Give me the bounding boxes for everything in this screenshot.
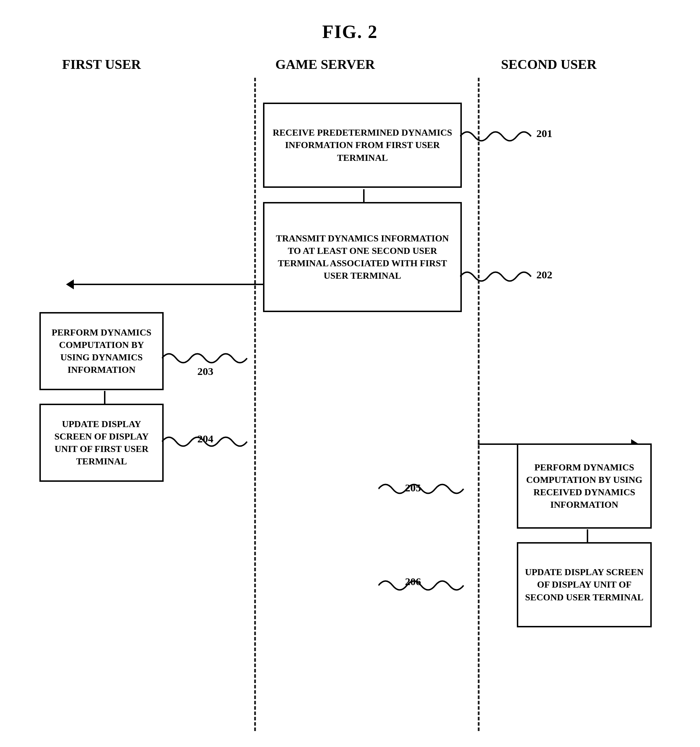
ref-label-206: 206 <box>405 576 421 588</box>
box1: RECEIVE PREDETERMINED DYNAMICS INFORMATI… <box>263 103 462 188</box>
ref-label-201: 201 <box>536 127 552 139</box>
ref-label-204: 204 <box>197 433 213 445</box>
arrow-box2-to-box3 <box>73 284 264 285</box>
box3: PERFORM DYNAMICS COMPUTATION BY USING DY… <box>39 312 164 390</box>
col-header-game-server: GAME SERVER <box>258 56 393 72</box>
dashed-line-left <box>254 78 256 731</box>
col-header-first-user: FIRST USER <box>45 56 158 72</box>
box4: UPDATE DISPLAY SCREEN OF DISPLAY UNIT OF… <box>39 404 164 482</box>
wavy-line-201 <box>460 126 538 147</box>
box2: TRANSMIT DYNAMICS INFORMATION TO AT LEAS… <box>263 202 462 312</box>
col-header-second-user: SECOND USER <box>492 56 606 72</box>
wavy-line-202 <box>460 266 538 287</box>
box6: UPDATE DISPLAY SCREEN OF DISPLAY UNIT OF… <box>517 542 652 628</box>
ref-label-205: 205 <box>405 482 421 494</box>
wavy-line-206 <box>378 575 471 596</box>
arrow-head-to-box3 <box>66 280 74 289</box>
wavy-line-205 <box>378 478 471 499</box>
box5: PERFORM DYNAMICS COMPUTATION BY USING RE… <box>517 443 652 529</box>
page-title: FIG. 2 <box>0 0 700 56</box>
ref-label-202: 202 <box>536 269 552 281</box>
ref-label-203: 203 <box>197 365 213 377</box>
dashed-line-right <box>478 78 479 731</box>
